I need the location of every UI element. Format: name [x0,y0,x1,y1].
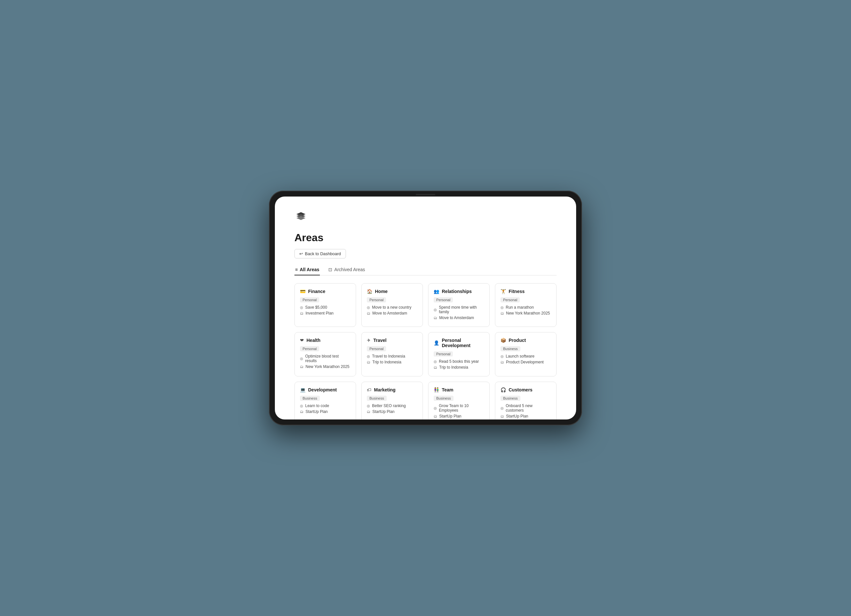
card-title-travel: Travel [373,338,386,343]
card-badge-fitness: Personal [501,297,551,305]
goal-icon-home: ◎ [367,305,370,310]
goal-icon-development: ◎ [300,404,303,408]
card-project-health: 🗂 New York Marathon 2025 [300,364,350,369]
card-icon-product: 📦 [501,338,506,343]
card-badge-marketing: Business [367,395,417,404]
card-project-text-customers: StartUp Plan [506,414,528,419]
back-arrow-icon: ↩ [299,251,303,256]
card-goal-fitness: ◎ Run a marathon [501,305,551,310]
card-goal-travel: ◎ Travel to Indonesia [367,354,417,359]
card-goal-team: ◎ Grow Team to 10 Employees [434,404,484,413]
card-customers[interactable]: 🎧 Customers Business ◎ Onboard 5 new cus… [495,382,556,419]
areas-grid: 💳 Finance Personal ◎ Save $5,000 🗂 Inves… [295,283,556,419]
card-icon-home: 🏠 [367,289,372,294]
card-project-home: 🗂 Move to Amsterdam [367,311,417,316]
card-project-personal-development: 🗂 Trip to Indonesia [434,365,484,370]
card-badge-finance: Personal [300,297,350,305]
card-health[interactable]: ❤ Health Personal ◎ Optimize blood test … [295,332,356,376]
card-project-travel: 🗂 Trip to Indonesia [367,360,417,364]
card-project-finance: 🗂 Investment Plan [300,311,350,316]
screen: Areas ↩ Back to Dashboard ≡ All Areas ⊡ … [275,197,576,419]
card-goal-marketing: ◎ Better SEO ranking [367,404,417,408]
goal-icon-team: ◎ [434,406,437,410]
card-title-team: Team [442,387,454,392]
back-button-label: Back to Dashboard [305,251,341,256]
card-icon-marketing: 🏷 [367,387,371,392]
card-badge-customers: Business [501,395,551,404]
card-goal-text-relationships: Spend more time with family [439,305,484,314]
goal-icon-customers: ◎ [501,406,504,410]
card-goal-text-customers: Onboard 5 new customers [506,404,551,413]
tab-archived-areas-label: Archived Areas [334,267,365,272]
card-team[interactable]: 👫 Team Business ◎ Grow Team to 10 Employ… [428,382,490,419]
card-project-marketing: 🗂 StartUp Plan [367,409,417,414]
card-header-travel: ✈ Travel [367,338,417,343]
card-finance[interactable]: 💳 Finance Personal ◎ Save $5,000 🗂 Inves… [295,283,356,327]
archived-areas-icon: ⊡ [328,267,332,272]
goal-icon-product: ◎ [501,354,504,359]
card-header-development: 💻 Development [300,387,350,392]
card-goal-text-development: Learn to code [305,404,329,408]
card-development[interactable]: 💻 Development Business ◎ Learn to code 🗂… [295,382,356,419]
card-goal-relationships: ◎ Spend more time with family [434,305,484,314]
card-badge-team: Business [434,395,484,404]
card-project-team: 🗂 StartUp Plan [434,414,484,419]
card-project-relationships: 🗂 Move to Amsterdam [434,316,484,320]
back-to-dashboard-button[interactable]: ↩ Back to Dashboard [295,249,346,258]
card-project-text-development: StartUp Plan [305,409,328,414]
folder-icon-product: 🗂 [501,360,504,364]
card-marketing[interactable]: 🏷 Marketing Business ◎ Better SEO rankin… [361,382,423,419]
card-project-text-home: Move to Amsterdam [372,311,407,316]
card-badge-relationships: Personal [434,297,484,305]
card-header-fitness: 🏋 Fitness [501,289,551,294]
all-areas-icon: ≡ [295,267,298,272]
card-project-text-personal-development: Trip to Indonesia [439,365,468,370]
card-product[interactable]: 📦 Product Business ◎ Launch software 🗂 P… [495,332,556,376]
card-icon-team: 👫 [434,387,439,392]
folder-icon-personal-development: 🗂 [434,365,437,369]
card-home[interactable]: 🏠 Home Personal ◎ Move to a new country … [361,283,423,327]
card-project-customers: 🗂 StartUp Plan [501,414,551,419]
card-relationships[interactable]: 👥 Relationships Personal ◎ Spend more ti… [428,283,490,327]
card-goal-home: ◎ Move to a new country [367,305,417,310]
folder-icon-travel: 🗂 [367,360,370,364]
goal-icon-travel: ◎ [367,354,370,359]
goal-icon-personal-development: ◎ [434,359,437,364]
card-goal-text-health: Optimize blood test results [305,354,350,363]
card-header-product: 📦 Product [501,338,551,343]
goal-icon-marketing: ◎ [367,404,370,408]
card-icon-development: 💻 [300,387,305,392]
folder-icon-finance: 🗂 [300,311,304,315]
card-title-personal-development: Personal Development [442,338,484,348]
goal-icon-relationships: ◎ [434,308,437,312]
goal-icon-finance: ◎ [300,305,303,310]
card-title-customers: Customers [509,387,532,392]
card-personal-development[interactable]: 👤 Personal Development Personal ◎ Read 5… [428,332,490,376]
card-project-text-marketing: StartUp Plan [372,409,394,414]
card-goal-customers: ◎ Onboard 5 new customers [501,404,551,413]
card-travel[interactable]: ✈ Travel Personal ◎ Travel to Indonesia … [361,332,423,376]
folder-icon-customers: 🗂 [501,414,504,418]
card-project-product: 🗂 Product Development [501,360,551,364]
card-project-text-travel: Trip to Indonesia [372,360,401,364]
card-goal-development: ◎ Learn to code [300,404,350,408]
card-fitness[interactable]: 🏋 Fitness Personal ◎ Run a marathon 🗂 Ne… [495,283,556,327]
page-title: Areas [295,232,556,244]
card-title-finance: Finance [308,289,325,294]
tab-archived-areas[interactable]: ⊡ Archived Areas [328,264,365,275]
card-title-relationships: Relationships [442,289,472,294]
card-header-health: ❤ Health [300,338,350,343]
card-title-health: Health [307,338,320,343]
card-title-fitness: Fitness [509,289,525,294]
card-project-text-team: StartUp Plan [439,414,462,419]
card-header-customers: 🎧 Customers [501,387,551,392]
card-title-development: Development [308,387,337,392]
card-goal-finance: ◎ Save $5,000 [300,305,350,310]
card-goal-text-team: Grow Team to 10 Employees [439,404,484,413]
card-goal-personal-development: ◎ Read 5 books this year [434,359,484,364]
card-icon-travel: ✈ [367,338,371,343]
card-header-marketing: 🏷 Marketing [367,387,417,392]
card-icon-relationships: 👥 [434,289,439,294]
card-badge-travel: Personal [367,346,417,354]
tab-all-areas[interactable]: ≡ All Areas [295,264,320,275]
